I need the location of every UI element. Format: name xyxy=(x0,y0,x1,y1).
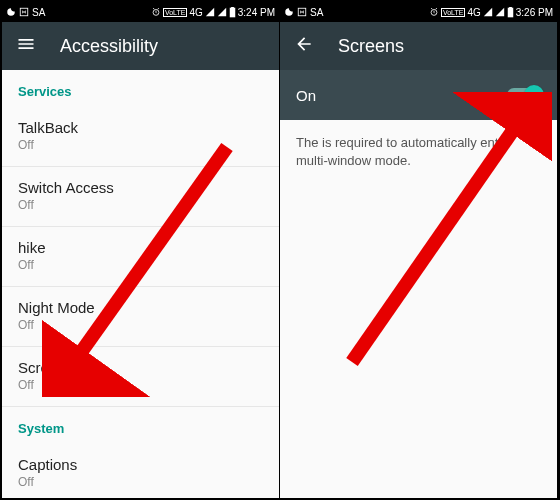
alarm-icon xyxy=(429,7,439,17)
list-item-title: Screens xyxy=(18,359,263,376)
nfc-icon xyxy=(19,7,29,17)
status-bar: SA VoLTE 4G 3:24 PM xyxy=(2,2,279,22)
svg-rect-7 xyxy=(509,7,512,8)
list-item-sub: Off xyxy=(18,258,263,272)
volte-icon: VoLTE xyxy=(163,8,188,17)
page-title: Screens xyxy=(338,36,404,57)
svg-rect-6 xyxy=(508,7,514,17)
status-bar: SA VoLTE 4G 3:26 PM xyxy=(280,2,557,22)
network-label: 4G xyxy=(189,7,202,18)
back-arrow-icon[interactable] xyxy=(294,34,314,59)
service-description: The is required to automatically enter m… xyxy=(280,120,557,184)
app-bar: Accessibility xyxy=(2,22,279,70)
phone-accessibility: SA VoLTE 4G 3:24 PM Accessibility Servic… xyxy=(2,2,280,498)
toggle-switch[interactable] xyxy=(507,88,541,102)
list-item-sub: Off xyxy=(18,318,263,332)
master-toggle-row[interactable]: On xyxy=(280,70,557,120)
list-item-night-mode[interactable]: Night Mode Off xyxy=(2,287,279,347)
network-label: 4G xyxy=(467,7,480,18)
volte-icon: VoLTE xyxy=(441,8,466,17)
alarm-icon xyxy=(151,7,161,17)
nfc-icon xyxy=(297,7,307,17)
list-item-sub: Off xyxy=(18,378,263,392)
svg-rect-2 xyxy=(230,7,236,17)
battery-icon xyxy=(229,7,236,18)
content-area: The is required to automatically enter m… xyxy=(280,120,557,498)
list-item-title: hike xyxy=(18,239,263,256)
list-item-sub: Off xyxy=(18,138,263,152)
list-item-sub: Off xyxy=(18,475,263,489)
page-title: Accessibility xyxy=(60,36,158,57)
phone-screens: SA VoLTE 4G 3:26 PM Screens On The is re… xyxy=(280,2,558,498)
switch-thumb-icon xyxy=(524,85,544,105)
svg-rect-3 xyxy=(231,7,234,8)
signal-icon xyxy=(217,7,227,17)
list-item-captions[interactable]: Captions Off xyxy=(2,444,279,498)
list-item-hike[interactable]: hike Off xyxy=(2,227,279,287)
clock-label: 3:26 PM xyxy=(516,7,553,18)
battery-icon xyxy=(507,7,514,18)
signal-icon xyxy=(483,7,493,17)
app-bar: Screens xyxy=(280,22,557,70)
carrier-label: SA xyxy=(310,7,323,18)
section-services: Services xyxy=(2,70,279,107)
carrier-label: SA xyxy=(32,7,45,18)
moon-icon xyxy=(6,7,16,17)
list-item-switch-access[interactable]: Switch Access Off xyxy=(2,167,279,227)
list-item-screens[interactable]: Screens Off xyxy=(2,347,279,407)
signal-icon xyxy=(495,7,505,17)
hamburger-icon[interactable] xyxy=(16,34,36,59)
settings-list: Services TalkBack Off Switch Access Off … xyxy=(2,70,279,498)
list-item-sub: Off xyxy=(18,198,263,212)
list-item-title: Switch Access xyxy=(18,179,263,196)
list-item-title: TalkBack xyxy=(18,119,263,136)
list-item-talkback[interactable]: TalkBack Off xyxy=(2,107,279,167)
toggle-label: On xyxy=(296,87,316,104)
list-item-title: Captions xyxy=(18,456,263,473)
list-item-title: Night Mode xyxy=(18,299,263,316)
signal-icon xyxy=(205,7,215,17)
clock-label: 3:24 PM xyxy=(238,7,275,18)
moon-icon xyxy=(284,7,294,17)
section-system: System xyxy=(2,407,279,444)
